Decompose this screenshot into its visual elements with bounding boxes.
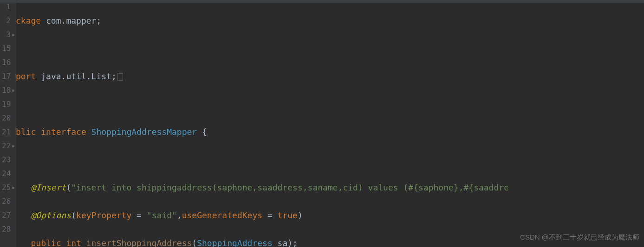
code-line: @Options(keyProperty = "said",useGenerat… (16, 209, 644, 222)
code-line (16, 97, 644, 111)
watermark-text: CSDN @不到三十岁就已经成为魔法师 (520, 230, 639, 244)
line-number: 24 (2, 167, 11, 181)
code-line (16, 42, 644, 56)
line-number: 26 (2, 195, 11, 209)
line-number: 28 (2, 222, 11, 236)
line-number: 17 (2, 70, 11, 83)
code-line: port java.util.List; (16, 70, 644, 83)
line-number: 20 (2, 111, 11, 125)
line-number[interactable]: 18 (2, 83, 11, 97)
code-line: blic interface ShoppingAddressMapper { (16, 125, 644, 139)
line-number: 1 (2, 0, 11, 14)
tab-strip (0, 0, 644, 3)
code-editor[interactable]: ckage com.mapper; port java.util.List; b… (16, 0, 644, 247)
line-number: 23 (2, 153, 11, 167)
line-number: 27 (2, 209, 11, 222)
line-gutter: 1 2 3 15 16 17 18 19 20 21 22 23 24 25 2… (0, 0, 16, 247)
line-number: 16 (2, 56, 11, 70)
line-number[interactable]: 3 (2, 28, 11, 42)
line-number: 21 (2, 125, 11, 139)
code-line: ckage com.mapper; (16, 14, 644, 28)
code-line: @Insert("insert into shippingaddress(sap… (16, 181, 644, 195)
line-number[interactable]: 22 (2, 139, 11, 153)
line-number[interactable]: 25 (2, 181, 11, 195)
code-line (16, 153, 644, 167)
line-number: 2 (2, 14, 11, 28)
line-number: 15 (2, 42, 11, 56)
line-number: 19 (2, 97, 11, 111)
fold-marker-icon[interactable] (117, 73, 123, 81)
